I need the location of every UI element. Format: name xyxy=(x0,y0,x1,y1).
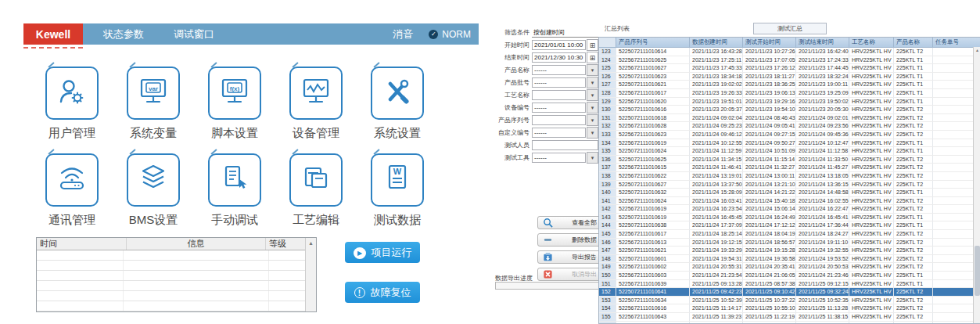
table-row[interactable]: 148 5225072111010601 2021/11/24 19:54:31… xyxy=(599,255,980,264)
table-row[interactable]: 152 5225072111010641 2021/11/25 09:42:23… xyxy=(599,288,980,297)
chevron-down-icon[interactable] xyxy=(587,127,598,139)
table-row[interactable]: 151 5225672111010639 2021/11/25 09:13:28… xyxy=(599,280,980,289)
table-row[interactable]: 130 5225072111010616 2021/11/23 20:05:37… xyxy=(599,106,980,114)
module-label: 脚本设置 xyxy=(211,126,258,141)
filter-value-field[interactable]: ------ xyxy=(532,103,586,113)
log-row[interactable] xyxy=(37,281,305,291)
table-row[interactable]: 136 5225072111010625 2021/11/24 11:34:15… xyxy=(599,156,980,164)
device-manage-icon xyxy=(300,77,332,110)
module-tile[interactable]: 工艺编辑 xyxy=(289,153,343,228)
table-row[interactable]: 135 5225072111010624 2021/11/24 11:12:59… xyxy=(599,147,980,156)
table-row[interactable]: 155 5225672111010643 2021/11/25 11:39:23… xyxy=(599,313,980,322)
filter-value-field[interactable]: ------ xyxy=(532,153,586,163)
filter-value-field[interactable]: ------ xyxy=(532,77,586,88)
log-scrollbar[interactable]: ▴ xyxy=(305,238,316,311)
log-row[interactable] xyxy=(37,301,305,311)
calendar-icon[interactable] xyxy=(587,52,598,63)
module-tile[interactable]: W 测试数据 xyxy=(371,153,424,228)
filter-value-field[interactable] xyxy=(532,115,586,125)
filter-label: 测试工具 xyxy=(495,153,529,162)
table-row[interactable]: 154 5225672111010616 2021/11/25 11:14:17… xyxy=(599,304,980,313)
table-row[interactable]: 156 5225072111010637 2021/11/25 13:25:58… xyxy=(599,322,980,324)
table-row[interactable]: 132 5225672111010628 2021/11/24 09:25:23… xyxy=(599,122,980,131)
log-col-message: 信息 xyxy=(127,238,266,250)
module-tile[interactable]: 手动调试 xyxy=(208,153,261,228)
chevron-down-icon[interactable] xyxy=(587,152,598,164)
table-row[interactable]: 123 5225072111010614 2021/11/23 16:43:28… xyxy=(599,48,980,56)
table-row[interactable]: 128 5225672111010617 2021/11/23 19:26:33… xyxy=(599,89,980,98)
filter-row: 产品名称 ------ xyxy=(495,65,598,75)
scrollbar-thumb[interactable] xyxy=(975,246,980,296)
table-row[interactable]: 141 5225672111010624 2021/11/24 16:03:41… xyxy=(599,197,980,206)
table-row[interactable]: 127 5225072111010621 2021/11/23 19:02:02… xyxy=(599,81,980,89)
log-row[interactable] xyxy=(37,261,305,271)
nav-tab[interactable]: 状态参数 xyxy=(103,27,144,41)
log-row[interactable] xyxy=(37,250,305,261)
module-tile[interactable]: BMS设置 xyxy=(127,153,180,228)
primary-action-button[interactable]: ! 故障复位 xyxy=(345,282,420,303)
table-row[interactable]: 139 5225072111010627 2021/11/24 13:37:50… xyxy=(599,181,980,189)
table-row[interactable]: 145 5225672111010617 2021/11/24 18:25:14… xyxy=(599,230,980,239)
log-row[interactable] xyxy=(37,291,305,301)
top-nav-bar: 状态参数 调试窗口 消音 ✓ NORM xyxy=(83,23,479,45)
table-row[interactable]: 143 5225072111010619 2021/11/24 16:45:45… xyxy=(599,214,980,222)
result-tab[interactable]: 汇总列表 xyxy=(605,24,630,33)
chevron-down-icon[interactable] xyxy=(587,77,598,88)
table-row[interactable]: 137 5225672111010615 2021/11/24 11:46:41… xyxy=(599,164,980,172)
module-tile[interactable]: 设备管理 xyxy=(289,67,343,141)
user-manage-icon xyxy=(56,77,88,110)
table-row[interactable]: 149 5225672111010602 2021/11/24 20:55:31… xyxy=(599,263,980,272)
log-row[interactable] xyxy=(37,271,305,281)
query-filter-panel: 筛选条件 按创建时间 开始时间 2021/01/01 10:00 结束时间 20… xyxy=(495,27,598,165)
module-tile[interactable]: f(x) 脚本设置 xyxy=(208,67,261,141)
col-order: 任务单号 xyxy=(933,38,980,47)
table-row[interactable]: 125 5225672111010627 2021/11/23 17:45:33… xyxy=(599,64,980,73)
chevron-down-icon[interactable] xyxy=(587,64,598,76)
col-created: 数据创建时间 xyxy=(690,38,743,47)
chevron-down-icon[interactable] xyxy=(587,114,598,126)
nav-tab[interactable]: 调试窗口 xyxy=(174,27,214,41)
filter-value-field[interactable]: 2021/12/30 10:30 xyxy=(532,52,586,63)
filter-value-field[interactable]: 按创建时间 xyxy=(532,28,598,38)
scroll-up-icon[interactable]: ▴ xyxy=(309,238,312,247)
col-serial: 产品序列号 xyxy=(616,38,690,47)
result-tabs: 汇总列表 测试汇总 xyxy=(605,22,827,34)
table-row[interactable]: 134 5225672111010619 2021/11/24 10:12:55… xyxy=(599,139,980,148)
table-row[interactable]: 129 5225672111010620 2021/11/23 19:51:01… xyxy=(599,98,980,106)
module-tile[interactable]: 用户管理 xyxy=(45,67,99,141)
filter-row: 自定义编号 ------ xyxy=(495,128,598,138)
filter-row: 工艺名称 xyxy=(495,90,598,100)
chevron-down-icon[interactable] xyxy=(587,89,598,101)
primary-action-button[interactable]: ▶ 项目运行 xyxy=(345,242,420,263)
module-label: 测试数据 xyxy=(374,213,421,228)
table-row[interactable]: 131 5225072111010618 2021/11/24 09:02:04… xyxy=(599,114,980,123)
module-tile[interactable]: var 系统变量 xyxy=(127,67,180,141)
filter-value-field[interactable] xyxy=(532,90,586,100)
table-scrollbar[interactable]: ▴ xyxy=(973,47,980,323)
event-log-table: 时间 信息 等级 xyxy=(36,237,317,312)
table-row[interactable]: 126 5225072111010623 2021/11/23 18:34:18… xyxy=(599,73,980,81)
table-row[interactable]: 138 5225672111010622 2021/11/24 13:19:01… xyxy=(599,172,980,181)
table-row[interactable]: 146 5225672111010613 2021/11/24 19:12:15… xyxy=(599,239,980,247)
filter-value-field[interactable]: ------ xyxy=(532,128,586,138)
result-tab[interactable]: 测试汇总 xyxy=(753,23,827,34)
table-row[interactable]: 124 5225672111010625 2021/11/23 17:25:11… xyxy=(599,56,980,65)
chevron-down-icon[interactable] xyxy=(587,102,598,113)
mute-button[interactable]: 消音 xyxy=(393,27,413,41)
filter-value-field[interactable]: 2021/01/01 10:00 xyxy=(532,40,586,50)
table-row[interactable]: 147 5225072111010621 2021/11/24 19:33:29… xyxy=(599,247,980,255)
module-label: 手动调试 xyxy=(211,213,258,228)
calendar-icon[interactable] xyxy=(587,39,598,51)
table-row[interactable]: 153 5225072111010634 2021/11/25 10:52:39… xyxy=(599,297,980,305)
module-tile[interactable]: 系统设置 xyxy=(371,67,424,141)
table-row[interactable]: 133 5225672111010623 2021/11/24 09:46:12… xyxy=(599,131,980,139)
log-table-header: 时间 信息 等级 xyxy=(37,238,305,250)
module-tile[interactable]: 通讯管理 xyxy=(45,153,99,228)
filter-value-field[interactable]: ------ xyxy=(532,65,586,75)
table-row[interactable]: 140 5225072111010632 2021/11/24 15:28:09… xyxy=(599,189,980,197)
module-label: 通讯管理 xyxy=(48,213,95,228)
table-row[interactable]: 150 5225672111010603 2021/11/24 21:23:54… xyxy=(599,272,980,280)
filter-value-field[interactable] xyxy=(532,140,598,150)
table-row[interactable]: 144 5225072111010638 2021/11/24 17:37:09… xyxy=(599,221,980,230)
table-row[interactable]: 142 5225672111010619 2021/11/24 16:23:54… xyxy=(599,205,980,214)
